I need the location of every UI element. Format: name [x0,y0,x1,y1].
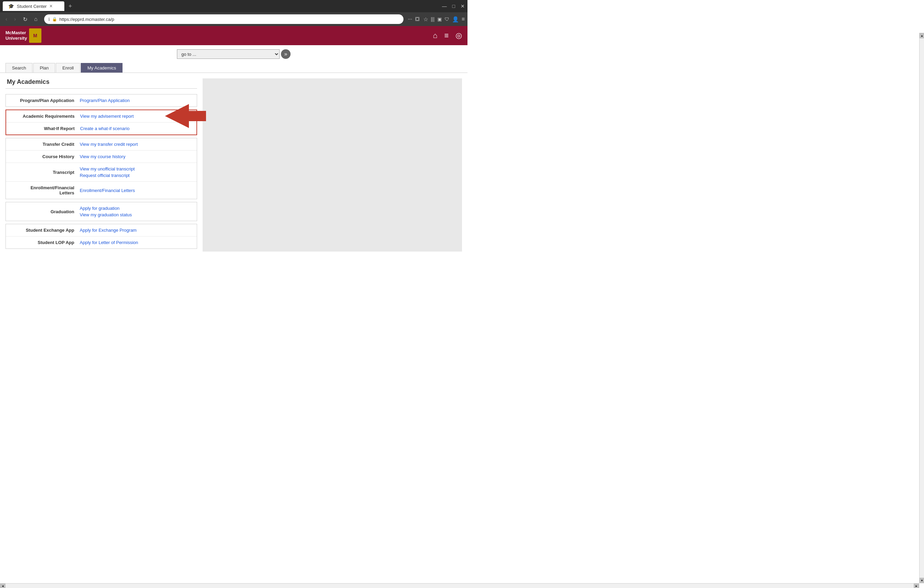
program-plan-application-link[interactable]: Program/Plan Application [80,98,130,103]
program-plan-links: Program/Plan Application [80,98,130,103]
view-course-history-link[interactable]: View my course history [80,154,125,159]
program-plan-label: Program/Plan Application [11,98,80,103]
tab-enroll[interactable]: Enroll [56,63,80,73]
student-lop-row: Student LOP App Apply for Letter of Perm… [6,236,197,248]
enrollment-financial-row: Enrollment/FinancialLetters Enrollment/F… [6,182,197,199]
close-window-icon[interactable]: ✕ [460,3,465,9]
transcript-label: Transcript [11,170,80,175]
academic-requirements-links: View my advisement report [80,114,134,119]
goto-navigation: go to ... » [0,45,467,63]
exchange-card: Student Exchange App Apply for Exchange … [5,224,197,249]
reader-view-icon[interactable]: ||| [431,17,435,22]
tab-search[interactable]: Search [5,63,33,73]
extension-icon[interactable]: 🛡 [445,17,449,22]
tab-my-academics[interactable]: My Academics [81,63,122,73]
url-text: https://epprd.mcmaster.ca/p [59,17,114,22]
university-name: McMaster University [5,30,27,41]
main-content: My Academics Program/Plan Application Pr… [0,78,467,251]
apply-exchange-program-link[interactable]: Apply for Exchange Program [80,228,137,233]
student-exchange-links: Apply for Exchange Program [80,228,137,233]
course-history-row: Course History View my course history [6,150,197,163]
academic-requirements-label: Academic Requirements [12,114,80,119]
apply-letter-permission-link[interactable]: Apply for Letter of Permission [80,240,138,245]
new-tab-button[interactable]: + [68,3,72,10]
transfer-credit-label: Transfer Credit [11,142,80,147]
transfer-credit-row: Transfer Credit View my transfer credit … [6,138,197,150]
minimize-icon[interactable]: — [442,3,447,9]
red-arrow-annotation [165,101,206,131]
transfer-history-card: Transfer Credit View my transfer credit … [5,138,197,199]
svg-marker-0 [165,104,206,128]
goto-select[interactable]: go to ... [177,49,280,59]
student-exchange-label: Student Exchange App [11,228,80,233]
tab-close-button[interactable]: ✕ [49,4,53,8]
university-header: McMaster University M ⌂ ≡ ◎ [0,26,467,45]
info-icon: ℹ [48,17,50,22]
enrollment-financial-links: Enrollment/Financial Letters [80,188,135,193]
browser-action-buttons: ··· ⛋ ☆ ||| ▣ 🛡 👤 ≡ [408,16,465,23]
transfer-credit-links: View my transfer credit report [80,142,138,147]
tab-title: Student Center [17,4,46,9]
menu-header-icon[interactable]: ≡ [444,31,449,40]
browser-titlebar: 🎓 Student Center ✕ + — □ ✕ [0,0,467,12]
tab-plan[interactable]: Plan [33,63,55,73]
back-button[interactable]: ‹ [3,15,10,24]
maximize-icon[interactable]: □ [452,3,455,9]
hamburger-menu-icon[interactable]: ≡ [462,16,465,22]
request-official-transcript-link[interactable]: Request official transcript [80,173,135,178]
tab-navigation: Search Plan Enroll My Academics [0,63,467,73]
view-advisement-report-link[interactable]: View my advisement report [80,114,134,119]
apply-for-graduation-link[interactable]: Apply for graduation [80,206,132,211]
address-bar[interactable]: ℹ 🔒 https://epprd.mcmaster.ca/p [44,14,403,24]
page-title: My Academics [5,78,197,86]
course-history-label: Course History [11,154,80,159]
goto-form: go to ... » [177,49,290,59]
pocket-icon[interactable]: ⛋ [415,16,421,22]
reload-button[interactable]: ↻ [20,15,30,24]
student-lop-label: Student LOP App [11,240,80,245]
header-navigation-icons: ⌂ ≡ ◎ [433,31,462,40]
compass-header-icon[interactable]: ◎ [455,31,462,40]
view-transfer-credit-link[interactable]: View my transfer credit report [80,142,138,147]
right-panel [203,78,462,251]
what-if-report-label: What-If Report [12,126,80,131]
home-header-icon[interactable]: ⌂ [433,31,437,40]
graduation-label: Graduation [11,209,80,214]
view-unofficial-transcript-link[interactable]: View my unofficial transcript [80,166,135,172]
enrollment-financial-label: Enrollment/FinancialLetters [11,185,80,195]
page-title-divider [5,88,197,89]
bookmark-icon[interactable]: ☆ [423,16,428,23]
view-graduation-status-link[interactable]: View my graduation status [80,212,132,217]
university-logo[interactable]: McMaster University M [5,28,41,43]
goto-button[interactable]: » [281,49,290,59]
sidebar-toggle-icon[interactable]: ▣ [437,17,442,22]
transcript-links: View my unofficial transcript Request of… [80,166,135,178]
graduation-row: Graduation Apply for graduation View my … [6,202,197,221]
student-exchange-row: Student Exchange App Apply for Exchange … [6,224,197,236]
user-icon[interactable]: 👤 [452,16,459,23]
window-controls: — □ ✕ [442,3,465,9]
browser-tab[interactable]: 🎓 Student Center ✕ [3,2,64,11]
enrollment-financial-letters-link[interactable]: Enrollment/Financial Letters [80,188,135,193]
university-shield: M [29,28,41,43]
graduation-links: Apply for graduation View my graduation … [80,206,132,217]
student-lop-links: Apply for Letter of Permission [80,240,138,245]
create-what-if-link[interactable]: Create a what-if scenario [80,126,130,131]
course-history-links: View my course history [80,154,125,159]
forward-button[interactable]: › [11,15,18,24]
more-button[interactable]: ··· [408,16,412,22]
transcript-row: Transcript View my unofficial transcript… [6,163,197,182]
lock-icon: 🔒 [52,17,57,21]
tab-favicon: 🎓 [8,3,14,9]
graduation-card: Graduation Apply for graduation View my … [5,202,197,221]
browser-controls: ‹ › ↻ ⌂ ℹ 🔒 https://epprd.mcmaster.ca/p … [0,12,467,26]
home-button[interactable]: ⌂ [31,15,40,24]
what-if-report-links: Create a what-if scenario [80,126,130,131]
